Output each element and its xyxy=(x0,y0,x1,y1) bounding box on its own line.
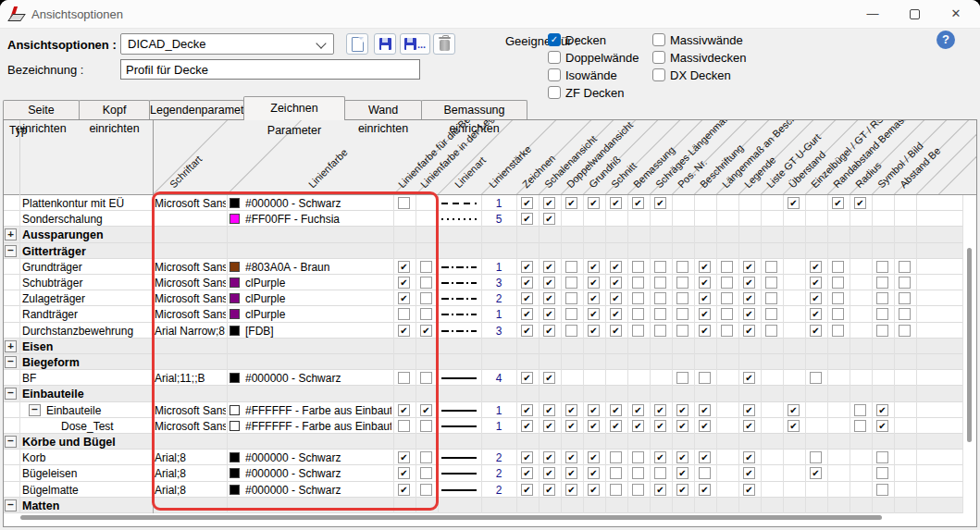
grid-checkbox[interactable]: ✔ xyxy=(565,484,577,496)
grid-checkbox[interactable]: ✔ xyxy=(743,484,755,496)
grid-checkbox[interactable]: ✔ xyxy=(588,308,600,320)
grid-checkbox[interactable]: ✔ xyxy=(676,404,688,416)
grid-checkbox[interactable]: ✔ xyxy=(543,372,555,384)
grid-checkbox[interactable] xyxy=(899,308,911,320)
line-style-sample[interactable] xyxy=(441,298,477,300)
grid-checkbox[interactable]: ✔ xyxy=(610,292,622,304)
grid-checkbox[interactable] xyxy=(899,292,911,304)
tab-bemassung-einrichten[interactable]: Bemassung einrichten xyxy=(421,100,527,119)
grid-checkbox[interactable] xyxy=(899,277,911,289)
grid-checkbox[interactable] xyxy=(632,261,644,273)
grid-checkbox[interactable] xyxy=(654,261,666,273)
table-row[interactable]: KorbArial;8#000000 - Schwarz✔2✔✔✔✔✔✔✔✔ xyxy=(4,450,963,465)
grid-checkbox[interactable]: ✔ xyxy=(565,420,577,432)
grid-checkbox[interactable] xyxy=(632,325,644,337)
grid-checkbox[interactable]: ✔ xyxy=(743,372,755,384)
grid-checkbox[interactable] xyxy=(832,308,844,320)
grid-checkbox[interactable] xyxy=(765,325,777,337)
grid-checkbox[interactable] xyxy=(654,467,666,479)
grid-checkbox[interactable] xyxy=(654,325,666,337)
table-row[interactable]: BFArial;11;;B#000000 - Schwarz4✔✔✔ xyxy=(4,370,963,386)
grid-checkbox[interactable]: ✔ xyxy=(699,308,711,320)
checkbox-decken[interactable]: ✓ xyxy=(548,33,561,46)
line-weight-cell[interactable]: 1 xyxy=(481,196,516,211)
grid-checkbox[interactable] xyxy=(832,292,844,304)
table-row[interactable]: RandträgerMicrosoft Sans SclPurple1✔✔✔✔✔… xyxy=(4,306,963,322)
grid-checkbox[interactable]: ✔ xyxy=(876,404,888,416)
line-style-sample[interactable] xyxy=(441,282,477,284)
tab-zeichnen-parameter[interactable]: Zeichnen Parameter xyxy=(243,96,345,120)
grid-checkbox[interactable]: ✔ xyxy=(543,451,555,463)
grid-checkbox[interactable]: ✔ xyxy=(676,484,688,496)
tab-kopf-einrichten[interactable]: Kopf einrichten xyxy=(79,100,150,119)
grid-checkbox[interactable] xyxy=(699,372,711,384)
grid-checkbox[interactable] xyxy=(854,420,866,432)
grid-checkbox[interactable] xyxy=(610,484,622,496)
line-style-sample[interactable] xyxy=(441,203,477,204)
grid-checkbox[interactable] xyxy=(676,308,688,320)
line-weight-cell[interactable]: 1 xyxy=(481,307,516,322)
grid-checkbox[interactable] xyxy=(565,325,577,337)
line-weight-cell[interactable]: 2 xyxy=(481,483,516,498)
grid-checkbox[interactable]: ✔ xyxy=(699,484,711,496)
grid-checkbox[interactable] xyxy=(676,325,688,337)
line-style-sample[interactable] xyxy=(441,330,477,332)
grid-checkbox[interactable] xyxy=(876,261,888,273)
table-row[interactable]: ZulageträgerMicrosoft Sans SclPurple✔2✔✔… xyxy=(4,290,963,306)
grid-checkbox[interactable]: ✔ xyxy=(810,308,822,320)
grid-checkbox[interactable]: ✔ xyxy=(521,451,533,463)
profile-dropdown[interactable]: DICAD_Decke xyxy=(120,33,334,55)
grid-checkbox[interactable] xyxy=(676,372,688,384)
grid-checkbox[interactable] xyxy=(876,451,888,463)
grid-checkbox[interactable] xyxy=(721,292,733,304)
grid-checkbox[interactable]: ✔ xyxy=(565,467,577,479)
checkbox-doppelwände[interactable] xyxy=(548,51,561,64)
grid-checkbox[interactable] xyxy=(632,292,644,304)
grid-checkbox[interactable]: ✔ xyxy=(654,420,666,432)
grid-checkbox[interactable]: ✔ xyxy=(832,197,844,209)
grid-checkbox[interactable] xyxy=(632,467,644,479)
grid-checkbox[interactable]: ✔ xyxy=(654,484,666,496)
grid-checkbox[interactable] xyxy=(876,484,888,496)
grid-checkbox[interactable]: ✔ xyxy=(521,420,533,432)
grid-checkbox[interactable]: ✔ xyxy=(654,197,666,209)
grid-checkbox[interactable]: ✔ xyxy=(610,325,622,337)
expander-minus[interactable]: − xyxy=(5,245,17,257)
grid-checkbox[interactable]: ✔ xyxy=(743,308,755,320)
description-input[interactable] xyxy=(120,59,420,80)
grid-checkbox[interactable] xyxy=(832,277,844,289)
line-style-sample[interactable] xyxy=(441,489,477,491)
grid-checkbox[interactable]: ✔ xyxy=(810,325,822,337)
grid-checkbox[interactable]: ✔ xyxy=(543,197,555,209)
grid-checkbox[interactable]: ✔ xyxy=(854,197,866,209)
line-weight-cell[interactable]: 2 xyxy=(481,466,516,481)
grid-checkbox[interactable]: ✔ xyxy=(699,325,711,337)
grid-checkbox[interactable]: ✔ xyxy=(632,420,644,432)
grid-checkbox[interactable]: ✔ xyxy=(743,420,755,432)
grid-checkbox[interactable] xyxy=(899,261,911,273)
line-style-sample[interactable] xyxy=(441,425,477,427)
grid-checkbox[interactable]: ✔ xyxy=(588,292,600,304)
help-button[interactable]: ? xyxy=(937,31,955,49)
delete-button[interactable] xyxy=(433,33,455,55)
grid-checkbox[interactable]: ✔ xyxy=(588,277,600,289)
grid-checkbox[interactable]: ✔ xyxy=(521,261,533,273)
line-style-sample[interactable] xyxy=(441,410,477,412)
line-style-sample[interactable] xyxy=(441,218,477,220)
grid-checkbox[interactable]: ✔ xyxy=(543,420,555,432)
table-row[interactable]: −EinbauteileMicrosoft Sans S#FFFFFF - Fa… xyxy=(4,402,963,418)
line-weight-cell[interactable]: 3 xyxy=(481,276,516,290)
grid-checkbox[interactable]: ✔ xyxy=(543,404,555,416)
grid-checkbox[interactable]: ✔ xyxy=(788,420,800,432)
grid-checkbox[interactable] xyxy=(654,277,666,289)
grid-checkbox[interactable]: ✔ xyxy=(810,277,822,289)
table-row[interactable]: Sonderschalung#FF00FF - Fuchsia5✔✔ xyxy=(4,211,963,227)
checkbox-massivwände[interactable] xyxy=(652,33,665,46)
line-weight-cell[interactable]: 1 xyxy=(481,403,516,418)
expander-minus[interactable]: − xyxy=(29,404,41,416)
grid-checkbox[interactable] xyxy=(565,308,577,320)
line-weight-cell[interactable]: 1 xyxy=(481,260,516,275)
grid-checkbox[interactable]: ✔ xyxy=(610,308,622,320)
grid-checkbox[interactable]: ✔ xyxy=(521,372,533,384)
tab-legendenparameter[interactable]: Legendenparameter xyxy=(149,100,244,119)
